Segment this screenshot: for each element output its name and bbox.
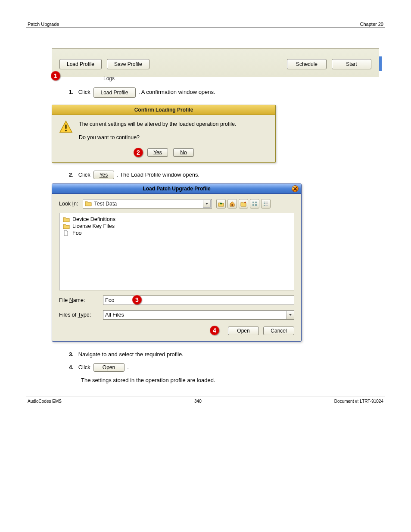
filetype-select[interactable]: All Files <box>103 310 294 320</box>
list-view-icon[interactable] <box>250 199 259 208</box>
file-dialog-title: Load Patch Upgrade Profile <box>52 184 301 194</box>
step-4-text: 4. Click Open . <box>69 363 385 372</box>
divider <box>121 79 411 79</box>
close-icon[interactable] <box>292 185 299 192</box>
lookin-label: Look In: <box>59 201 78 207</box>
list-item-label: License Key Files <box>72 223 115 229</box>
list-item[interactable]: License Key Files <box>63 223 290 230</box>
footer-right: Document #: LTRT-91024 <box>334 399 383 404</box>
svg-rect-1 <box>65 124 66 129</box>
footer-left: AudioCodes EMS <box>28 399 62 404</box>
chevron-down-icon[interactable] <box>286 311 294 319</box>
start-button[interactable]: Start <box>332 59 371 69</box>
svg-rect-10 <box>264 203 265 204</box>
list-item-label: Foo <box>72 230 82 236</box>
footer-center: 340 <box>194 399 202 404</box>
filename-label: File Name: <box>59 297 99 303</box>
svg-rect-9 <box>265 202 268 202</box>
save-profile-button[interactable]: Save Profile <box>107 59 149 69</box>
scrollbar-fragment <box>379 56 382 71</box>
up-folder-icon[interactable] <box>216 199 226 208</box>
callout-1: 1 <box>51 71 60 81</box>
list-item[interactable]: Device Definitions <box>63 216 290 223</box>
file-list[interactable]: Device Definitions License Key Files Foo <box>59 213 294 290</box>
inline-open-button[interactable]: Open <box>93 363 125 372</box>
list-item-label: Device Definitions <box>72 216 115 222</box>
load-profile-button[interactable]: Load Profile <box>59 59 102 69</box>
warning-icon <box>59 120 73 134</box>
header-right: Chapter 20 <box>360 22 383 27</box>
svg-rect-3 <box>231 204 233 206</box>
file-icon <box>63 230 70 236</box>
callout-2: 2 <box>134 148 143 157</box>
new-folder-icon[interactable] <box>239 199 248 208</box>
step-2-text: 2. Click Yes . The Load Profile window o… <box>69 171 385 180</box>
filetype-label: Files of Type: <box>59 312 99 318</box>
step-3-text: 3. Navigate to and select the required p… <box>69 350 385 359</box>
step-1-text: 1. Click Load Profile . A confirmation w… <box>69 87 385 98</box>
svg-rect-7 <box>255 204 257 206</box>
lookin-select[interactable]: Test Data <box>83 199 212 208</box>
header-rule <box>26 28 385 28</box>
callout-4: 4 <box>210 326 219 335</box>
callout-3: 3 <box>132 295 142 305</box>
inline-load-profile-button[interactable]: Load Profile <box>93 87 136 98</box>
footer-rule <box>26 396 385 396</box>
details-view-icon[interactable] <box>261 199 271 208</box>
folder-icon <box>85 200 92 208</box>
filename-input[interactable] <box>103 296 294 305</box>
chevron-down-icon[interactable] <box>203 200 211 208</box>
cancel-button[interactable]: Cancel <box>263 327 294 335</box>
svg-rect-13 <box>265 205 268 206</box>
confirm-dialog-title: Confirm Loading Profile <box>52 105 275 115</box>
svg-rect-11 <box>265 203 268 204</box>
profile-toolbar: Load Profile Save Profile Schedule Start <box>52 48 379 77</box>
svg-point-2 <box>65 130 67 131</box>
svg-rect-4 <box>252 202 254 203</box>
header-left: Patch Upgrade <box>28 22 59 27</box>
confirm-dialog-text: The current settings will be altered by … <box>79 120 237 142</box>
result-text: The settings stored in the operation pro… <box>81 376 385 385</box>
svg-rect-6 <box>252 204 254 206</box>
confirm-no-button[interactable]: No <box>173 148 194 157</box>
home-icon[interactable] <box>227 199 237 208</box>
confirm-dialog: Confirm Loading Profile The current sett… <box>52 105 276 163</box>
svg-rect-8 <box>264 202 265 202</box>
filetype-value: All Files <box>103 312 286 318</box>
list-item[interactable]: Foo <box>63 230 290 236</box>
confirm-yes-button[interactable]: Yes <box>147 148 168 157</box>
logs-label-fragment: Logs <box>103 75 115 81</box>
inline-yes-button[interactable]: Yes <box>93 171 114 179</box>
svg-rect-5 <box>255 202 257 203</box>
open-button[interactable]: Open <box>228 327 259 335</box>
folder-icon <box>63 223 70 229</box>
schedule-button[interactable]: Schedule <box>287 59 327 69</box>
lookin-value: Test Data <box>94 201 200 207</box>
file-open-dialog: Load Patch Upgrade Profile Look In: Test… <box>52 184 302 342</box>
folder-icon <box>63 216 70 222</box>
svg-rect-12 <box>264 205 265 206</box>
